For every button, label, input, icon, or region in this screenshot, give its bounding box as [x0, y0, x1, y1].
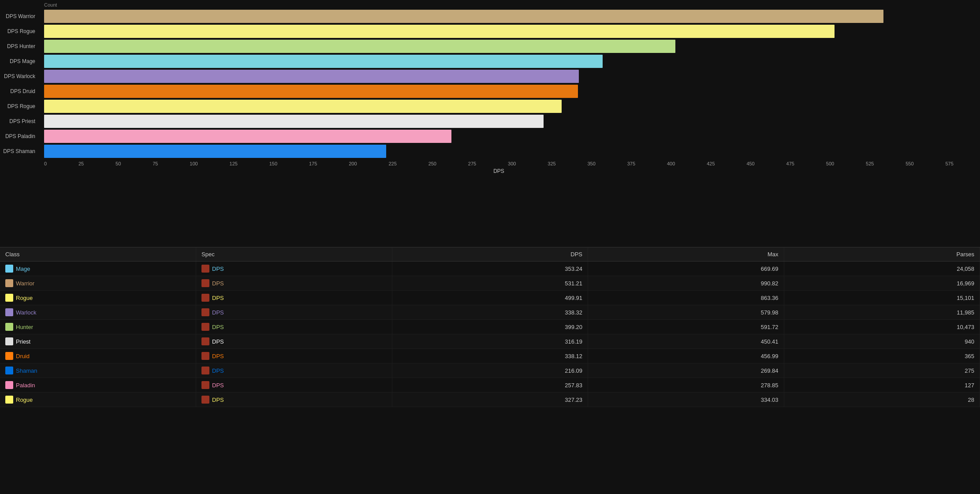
spec-name: DPS [212, 367, 224, 374]
bar-fill [44, 70, 579, 83]
bar-label: DPS Priest [0, 118, 40, 124]
bar-row: DPS Warlock [44, 69, 954, 84]
x-axis-tick: 225 [388, 161, 396, 166]
table-row[interactable]: WarlockDPS338.32579.9811,985 [0, 305, 980, 320]
class-cell: Rogue [0, 291, 196, 305]
table-row[interactable]: ShamanDPS216.09269.84275 [0, 363, 980, 378]
chart-section: Count DPS WarriorDPS RogueDPS HunterDPS … [0, 0, 980, 247]
dps-value: 399.20 [392, 320, 588, 334]
class-name: Hunter [16, 324, 33, 330]
class-name: Warlock [16, 309, 36, 316]
parses-value: 28 [784, 393, 980, 407]
spec-name: DPS [212, 353, 224, 359]
table-header-row: Class Spec DPS Max Parses [0, 247, 980, 262]
x-axis-tick: 200 [349, 161, 357, 166]
x-axis-tick: 425 [707, 161, 715, 166]
header-spec: Spec [196, 247, 392, 262]
class-icon [5, 308, 13, 316]
class-cell: Druid [0, 349, 196, 363]
spec-cell: DPS [196, 262, 392, 276]
spec-name: DPS [212, 397, 224, 403]
class-icon [5, 381, 13, 389]
bar-track [44, 9, 954, 24]
bar-label: DPS Rogue [0, 28, 40, 34]
bar-row: DPS Druid [44, 84, 954, 99]
max-value: 579.98 [588, 305, 784, 320]
header-max: Max [588, 247, 784, 262]
bar-track [44, 54, 954, 69]
class-cell: Shaman [0, 363, 196, 378]
x-axis-tick: 75 [153, 161, 158, 166]
spec-cell: DPS [196, 378, 392, 393]
dps-table: Class Spec DPS Max Parses MageDPS353.246… [0, 247, 980, 407]
max-value: 278.85 [588, 378, 784, 393]
bar-row: DPS Rogue [44, 24, 954, 39]
table-row[interactable]: RogueDPS499.91863.3615,101 [0, 291, 980, 305]
spec-icon [201, 337, 209, 345]
table-row[interactable]: HunterDPS399.20591.7210,473 [0, 320, 980, 334]
dps-value: 216.09 [392, 363, 588, 378]
spec-icon [201, 396, 209, 404]
x-axis-tick: 525 [866, 161, 874, 166]
x-axis-tick: 175 [309, 161, 317, 166]
x-axis-tick: 125 [230, 161, 238, 166]
bar-fill [44, 40, 675, 53]
spec-cell: DPS [196, 305, 392, 320]
class-name: Shaman [16, 367, 37, 374]
x-axis-tick: 150 [269, 161, 277, 166]
dps-value: 327.23 [392, 393, 588, 407]
class-icon [5, 352, 13, 360]
table-row[interactable]: RogueDPS327.23334.0328 [0, 393, 980, 407]
parses-value: 11,985 [784, 305, 980, 320]
header-parses: Parses [784, 247, 980, 262]
class-icon [5, 265, 13, 273]
bar-track [44, 114, 954, 129]
spec-icon [201, 367, 209, 374]
class-icon [5, 396, 13, 404]
spec-name: DPS [212, 266, 224, 272]
bar-fill [44, 115, 544, 128]
bar-row: DPS Priest [44, 114, 954, 129]
spec-name: DPS [212, 338, 224, 345]
bar-label: DPS Rogue [0, 103, 40, 109]
max-value: 990.82 [588, 276, 784, 291]
class-icon [5, 323, 13, 331]
table-row[interactable]: PriestDPS316.19450.41940 [0, 334, 980, 349]
dps-value: 531.21 [392, 276, 588, 291]
table-row[interactable]: DruidDPS338.12456.99365 [0, 349, 980, 363]
table-section: Class Spec DPS Max Parses MageDPS353.246… [0, 247, 980, 407]
spec-cell: DPS [196, 276, 392, 291]
bar-fill [44, 130, 451, 143]
bar-label: DPS Druid [0, 88, 40, 94]
spec-icon [201, 294, 209, 302]
class-icon [5, 367, 13, 374]
x-axis-tick: 375 [627, 161, 635, 166]
spec-icon [201, 381, 209, 389]
max-value: 669.69 [588, 262, 784, 276]
spec-name: DPS [212, 382, 224, 389]
bar-track [44, 24, 954, 39]
spec-cell: DPS [196, 291, 392, 305]
class-icon [5, 294, 13, 302]
bar-label: DPS Paladin [0, 133, 40, 139]
table-row[interactable]: WarriorDPS531.21990.8216,969 [0, 276, 980, 291]
parses-value: 10,473 [784, 320, 980, 334]
bar-row: DPS Mage [44, 54, 954, 69]
bar-track [44, 99, 954, 114]
header-class: Class [0, 247, 196, 262]
bar-track [44, 144, 954, 159]
spec-name: DPS [212, 280, 224, 287]
x-axis: 0255075100125150175200225250275300325350… [44, 159, 954, 166]
spec-name: DPS [212, 309, 224, 316]
x-axis-tick: 0 [44, 161, 47, 166]
class-name: Rogue [16, 295, 33, 301]
x-axis-tick: 50 [116, 161, 121, 166]
x-axis-tick: 350 [588, 161, 596, 166]
table-row[interactable]: MageDPS353.24669.6924,058 [0, 262, 980, 276]
class-cell: Priest [0, 334, 196, 349]
bar-track [44, 84, 954, 99]
table-row[interactable]: PaladinDPS257.83278.85127 [0, 378, 980, 393]
bar-label: DPS Warrior [0, 13, 40, 19]
dps-value: 338.32 [392, 305, 588, 320]
x-axis-title: DPS [44, 168, 954, 174]
